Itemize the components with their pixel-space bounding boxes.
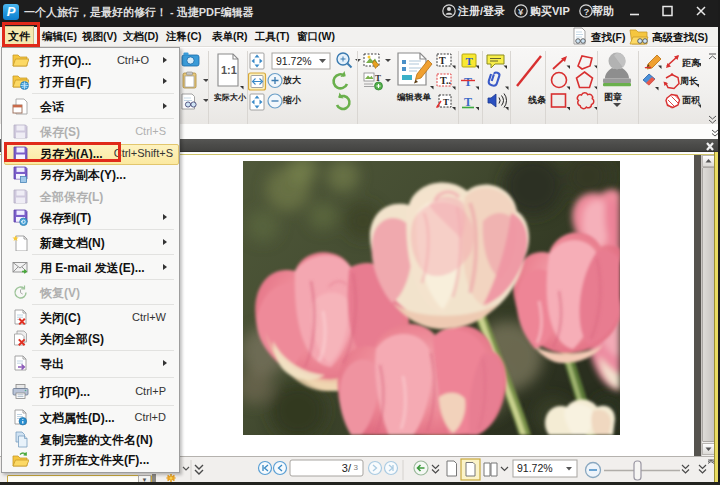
svg-text:3: 3 — [354, 463, 359, 472]
svg-text:T: T — [439, 55, 446, 66]
svg-text:T: T — [443, 97, 449, 107]
svg-text:T: T — [375, 73, 381, 83]
svg-text:91.72%: 91.72% — [276, 55, 312, 67]
svg-text:T: T — [464, 75, 472, 89]
svg-text:1:1: 1:1 — [221, 64, 237, 76]
svg-text:91.72%: 91.72% — [517, 462, 553, 474]
svg-text:3/: 3/ — [342, 462, 352, 474]
svg-text:?: ? — [584, 6, 590, 17]
svg-text:¥: ¥ — [518, 6, 524, 17]
svg-text:T..: T.. — [440, 75, 451, 86]
svg-text:T: T — [466, 55, 474, 67]
